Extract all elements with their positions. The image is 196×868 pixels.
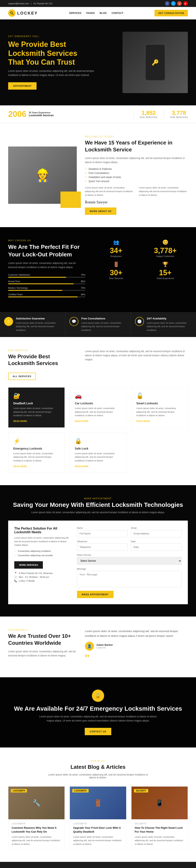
testimonials-right: Lorem ipsum dolor sit amet, consectetur … bbox=[85, 629, 188, 665]
nav-services[interactable]: Services bbox=[69, 12, 81, 14]
blog-title-2: Upgrade Your Front Door Lock With A Qual… bbox=[73, 826, 123, 833]
facebook-icon[interactable]: f bbox=[165, 1, 169, 6]
emergency-link[interactable]: Read More bbox=[13, 465, 27, 468]
progress-certified-team: Certified Team 90% bbox=[8, 293, 85, 297]
smart-link[interactable]: Read More bbox=[136, 420, 150, 422]
features-row: ⭐ Satisfaction Guarantee Lorem ipsum dol… bbox=[0, 312, 196, 337]
form-row-1: Name Email bbox=[77, 527, 182, 537]
blog-meta-2: Locksmith bbox=[73, 823, 123, 825]
carlockout-link[interactable]: Read More bbox=[75, 420, 88, 422]
stat-label-1: Our Services bbox=[140, 116, 157, 119]
googleplus-icon[interactable]: g bbox=[177, 1, 182, 6]
safe-desc: Lorem ipsum dolor sit amet, consectetur … bbox=[75, 452, 121, 463]
author-avatar: 👤 bbox=[85, 642, 94, 651]
message-input[interactable] bbox=[77, 571, 182, 587]
blog-desc-1: Lorem ipsum dolor sit amet, consectetur … bbox=[12, 835, 61, 846]
feature-consultations: 💬 Free Consultations Lorem ipsum dolor s… bbox=[65, 312, 131, 337]
email-input[interactable] bbox=[131, 530, 182, 537]
emergency-desc: Lorem ipsum dolor sit amet, consectetur … bbox=[37, 715, 159, 723]
testimonials-section: Testimonials We Are Trusted Over 10+ Cou… bbox=[0, 617, 196, 677]
hero-title-line1: We Provide Best bbox=[8, 40, 66, 49]
stat-num-2: 3,778 bbox=[170, 110, 188, 116]
feature-satisfaction: ⭐ Satisfaction Guarantee Lorem ipsum dol… bbox=[0, 312, 65, 337]
testimonial-quote: Lorem ipsum dolor sit amet, consectetur … bbox=[85, 629, 188, 639]
telephone-input[interactable] bbox=[77, 544, 128, 551]
trophy-icon: 🏆 bbox=[143, 261, 188, 267]
doors-label: Door Services bbox=[93, 277, 139, 280]
topbar-phone: It's Popular No 112 bbox=[33, 2, 52, 5]
consultation-desc: Lorem ipsum dolor sit amet, consectetur … bbox=[81, 321, 126, 332]
smart-title: Smart Lockouts bbox=[136, 402, 183, 405]
services-section: Our Services We Provide Best Locksmith S… bbox=[0, 337, 196, 485]
about-col-1: Lorem ipsum dolor sit amet, consectetur … bbox=[85, 186, 134, 197]
topbar-left: support@lockey.com | It's Popular No 112 bbox=[8, 2, 52, 5]
satisfaction-desc: Lorem ipsum dolor sit amet, consectetur … bbox=[16, 321, 61, 332]
date-input[interactable] bbox=[131, 544, 182, 551]
youtube-icon[interactable]: ▶ bbox=[183, 1, 188, 6]
testimonial-author: 👤 Adam Barker Customer bbox=[85, 642, 188, 651]
consultation-icon: 💬 bbox=[69, 317, 78, 326]
twitter-icon[interactable]: t bbox=[171, 1, 175, 6]
progress-value-2: 85% bbox=[81, 280, 85, 283]
topbar-email: support@lockey.com bbox=[8, 2, 29, 5]
blog-post-1: Locksmith 🔧 Locksmith Common Reasons Why… bbox=[8, 786, 65, 849]
emergency-lock-icon: 🔒 bbox=[92, 689, 104, 702]
make-appointment-button[interactable]: Make Appointment bbox=[77, 591, 114, 598]
hero-title: We Provide Best Locksmith Services That … bbox=[8, 40, 102, 66]
deadbolt-link[interactable]: Read More bbox=[13, 420, 27, 422]
availability-title: 24/7 Availability bbox=[147, 317, 192, 320]
nav-blog[interactable]: Blog bbox=[100, 12, 107, 14]
logo-icon bbox=[8, 9, 15, 17]
service-select[interactable]: Select Service Deadbolt Lock Car Lockout… bbox=[77, 557, 182, 565]
safe-link[interactable]: Read More bbox=[75, 465, 88, 468]
progress-modern-tech: Modern Technology 70% bbox=[8, 287, 85, 291]
topbar-socials: f t g ▶ bbox=[165, 1, 188, 6]
appt-info: 📍 8 Race Popular No 112, Arkansas 🕐 Mon … bbox=[14, 572, 71, 582]
contact-us-button[interactable]: Contact Us bbox=[85, 728, 111, 735]
deadbolt-icon: 🔐 bbox=[13, 393, 60, 399]
availability-text: 24/7 Availability Lorem ipsum dolor sit … bbox=[147, 317, 192, 332]
emergency-title: Emergency Lockouts bbox=[13, 447, 60, 450]
about-more-button[interactable]: More About Us bbox=[85, 208, 116, 215]
blog-tag-1: Locksmith bbox=[11, 789, 27, 793]
name-input[interactable] bbox=[77, 530, 128, 537]
all-services-button[interactable]: All Services bbox=[8, 373, 36, 380]
service-carlockout: 🚗 Car Lockouts Lorem ipsum dolor sit ame… bbox=[70, 388, 126, 428]
testi-title: We Are Trusted Over 10+ Countries Worldw… bbox=[8, 633, 77, 647]
form-telephone-group: Telephone bbox=[77, 540, 128, 551]
progress-arrival-time: Arrival Time 85% bbox=[8, 280, 85, 284]
services-right: Lorem ipsum dolor sit amet, consectetur … bbox=[85, 349, 188, 380]
safe-title: Safe Lock bbox=[75, 447, 121, 450]
appt-tag: Make Appointment bbox=[8, 497, 188, 500]
year-number: 2006 bbox=[8, 110, 26, 119]
services-desc: Lorem ipsum dolor sit amet, consectetur … bbox=[85, 349, 188, 362]
consultation-button[interactable]: Get Consultation bbox=[155, 10, 188, 17]
satisfaction-icon: ⭐ bbox=[4, 317, 13, 326]
form-message-group: Message bbox=[77, 568, 182, 588]
blog-tag-2: Locksmith bbox=[72, 789, 88, 793]
form-row-2: Telephone Date bbox=[77, 540, 182, 551]
why-inner: Why Choose Us We Are The Perfect Fit For… bbox=[8, 239, 188, 300]
why-stat-customers: 😊 3,778+ Happy Customers bbox=[143, 239, 188, 257]
emergency-desc: Lorem ipsum dolor sit amet, consectetur … bbox=[13, 452, 60, 463]
employees-label: Employees bbox=[93, 255, 139, 257]
more-services-button[interactable]: More Services bbox=[14, 561, 43, 569]
year-label: 25 Years Experience bbox=[29, 111, 54, 114]
appointment-container: The Perfect Solution For All Locksmith N… bbox=[8, 521, 188, 604]
testi-desc: Lorem ipsum dolor sit amet, consectetur … bbox=[8, 649, 77, 658]
appt-left-desc: Lorem ipsum dolor sit amet, consectetur … bbox=[14, 536, 71, 547]
testimonials-left: Testimonials We Are Trusted Over 10+ Cou… bbox=[8, 629, 77, 665]
nav-contact[interactable]: Contact bbox=[112, 12, 123, 14]
nav-pages[interactable]: Pages bbox=[86, 12, 95, 14]
feature-item-2: Free Consultations bbox=[85, 172, 188, 175]
services-title: We Provide Best Locksmith Services bbox=[8, 353, 77, 367]
blog-image-1: Locksmith 🔧 bbox=[8, 786, 65, 819]
feature-item-1: Deadlock & Padlocks bbox=[85, 167, 188, 170]
progress-label-3: Modern Technology bbox=[8, 287, 28, 289]
blog-grid: Locksmith 🔧 Locksmith Common Reasons Why… bbox=[8, 786, 188, 849]
emergency-title: We Are Available For 24/7 Emergency Lock… bbox=[8, 705, 188, 712]
blog-meta-1: Locksmith bbox=[12, 823, 61, 825]
blog-desc-3: Lorem ipsum dolor sit amet, consectetur … bbox=[135, 835, 184, 846]
smart-desc: Lorem ipsum dolor sit amet, consectetur … bbox=[136, 407, 183, 417]
hero-appointment-button[interactable]: Appointment bbox=[8, 82, 37, 90]
